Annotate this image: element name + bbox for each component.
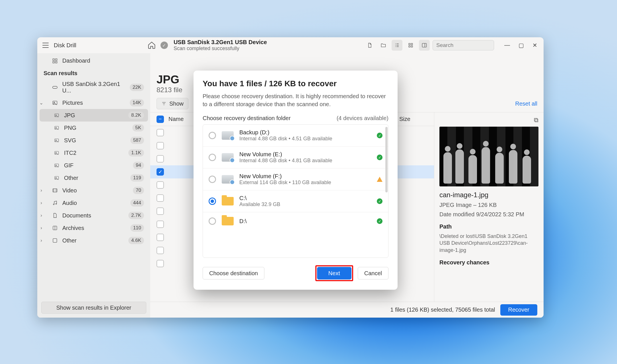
- search-input[interactable]: [436, 42, 504, 48]
- choose-destination-button[interactable]: Choose destination: [203, 267, 264, 279]
- sidebar-item-svg[interactable]: SVG 587: [37, 134, 150, 147]
- reset-all-link[interactable]: Reset all: [515, 100, 537, 107]
- row-checkbox[interactable]: [157, 207, 164, 215]
- sidebar-item-badge: 2.7K: [128, 212, 144, 219]
- destination-radio[interactable]: [209, 132, 216, 139]
- sidebar-item-documents[interactable]: › Documents 2.7K: [37, 209, 150, 222]
- sidebar-item-label: Video: [62, 187, 77, 194]
- minimize-icon[interactable]: —: [504, 42, 510, 49]
- search-box[interactable]: [433, 40, 494, 50]
- sidebar-item-label: Documents: [62, 212, 91, 219]
- sidebar-item-other[interactable]: › Other 4.6K: [37, 234, 150, 247]
- preview-modified: Date modified 9/24/2022 5:32 PM: [439, 211, 538, 218]
- image-icon: [53, 125, 61, 130]
- svg-rect-29: [53, 238, 57, 242]
- chevron-right-icon[interactable]: ›: [39, 238, 44, 243]
- destination-name: New Volume (E:): [239, 151, 371, 158]
- destination-item[interactable]: C:\ Available 32.9 GB ✓: [203, 190, 388, 212]
- sidebar-item-label: GIF: [64, 162, 73, 169]
- status-ok-icon: ✓: [377, 198, 382, 204]
- preview-title: can-image-1.jpg: [439, 189, 538, 199]
- cancel-button[interactable]: Cancel: [358, 267, 388, 279]
- chevron-down-icon[interactable]: ⌄: [39, 100, 44, 106]
- sidebar-item-video[interactable]: › Video 70: [37, 184, 150, 197]
- destination-radio[interactable]: [209, 154, 216, 161]
- svg-rect-3: [411, 46, 413, 47]
- row-checkbox[interactable]: [157, 247, 164, 254]
- row-checkbox[interactable]: [157, 221, 164, 228]
- chevron-right-icon[interactable]: ›: [39, 225, 44, 231]
- show-filter-button[interactable]: Show: [157, 98, 188, 109]
- sidebar-item-jpg[interactable]: JPG 8.2K: [40, 109, 148, 122]
- sidebar-pictures-label: Pictures: [62, 100, 83, 106]
- folder-icon[interactable]: [378, 40, 389, 51]
- chevron-right-icon[interactable]: ›: [39, 188, 44, 193]
- svg-rect-1: [411, 43, 413, 45]
- destination-item[interactable]: New Volume (F:) External 114 GB disk • 1…: [203, 168, 388, 190]
- other-icon: [51, 238, 59, 243]
- usb-drive-icon: [51, 84, 59, 91]
- row-checkbox[interactable]: [157, 142, 164, 149]
- modal-choose-label: Choose recovery destination folder: [203, 115, 291, 122]
- show-in-explorer-button[interactable]: Show scan results in Explorer: [41, 302, 146, 314]
- destination-radio[interactable]: [209, 198, 216, 205]
- image-icon: [53, 163, 61, 168]
- preview-path: \Deleted or lost\USB SanDisk 3.2Gen1 USB…: [439, 233, 538, 254]
- open-external-icon[interactable]: ⧉: [534, 116, 538, 124]
- row-checkbox[interactable]: [157, 181, 164, 189]
- sidebar-item-label: JPG: [64, 112, 75, 119]
- select-all-checkbox[interactable]: −: [157, 116, 164, 123]
- disk-icon: [222, 131, 234, 140]
- destination-radio[interactable]: [209, 176, 216, 183]
- menu-icon[interactable]: [42, 43, 49, 48]
- sidebar-item-audio[interactable]: › Audio 444: [37, 197, 150, 209]
- destination-radio[interactable]: [209, 217, 216, 225]
- recover-button[interactable]: Recover: [500, 304, 537, 316]
- row-checkbox[interactable]: [157, 234, 164, 241]
- svg-rect-2: [409, 46, 410, 47]
- sidebar-device[interactable]: USB SanDisk 3.2Gen1 U... 22K: [37, 78, 150, 96]
- row-checkbox[interactable]: ✓: [157, 168, 164, 176]
- sidebar-item-itc2[interactable]: ITC2 1.1K: [37, 147, 150, 159]
- sidebar-device-badge: 22K: [130, 84, 144, 91]
- grid-view-icon[interactable]: [405, 40, 416, 51]
- column-size[interactable]: Size: [399, 116, 428, 122]
- chevron-right-icon[interactable]: ›: [39, 213, 44, 218]
- sidebar-pictures[interactable]: ⌄ Pictures 14K: [37, 96, 150, 109]
- panel-toggle-icon[interactable]: [419, 40, 430, 51]
- row-checkbox[interactable]: [157, 155, 164, 163]
- sidebar-item-png[interactable]: PNG 5K: [37, 122, 150, 134]
- status-ok-icon: ✓: [377, 155, 382, 160]
- sidebar-item-label: Audio: [62, 200, 77, 206]
- modal-title: You have 1 files / 126 KB to recover: [203, 79, 388, 88]
- next-button[interactable]: Next: [317, 267, 351, 279]
- footer-bar: 1 files (126 KB) selected, 75065 files t…: [150, 302, 544, 318]
- maximize-icon[interactable]: ▢: [519, 42, 524, 49]
- destination-sub: Internal 4.88 GB disk • 4.81 GB availabl…: [239, 158, 371, 164]
- dashboard-icon: [51, 58, 59, 64]
- destination-item[interactable]: New Volume (E:) Internal 4.88 GB disk • …: [203, 147, 388, 168]
- preview-image[interactable]: [439, 127, 538, 186]
- file-icon[interactable]: [364, 40, 375, 51]
- scrollbar[interactable]: [385, 127, 388, 192]
- home-icon[interactable]: [147, 41, 156, 50]
- row-checkbox[interactable]: [157, 129, 164, 136]
- svg-rect-4: [422, 43, 427, 47]
- chevron-right-icon[interactable]: ›: [39, 200, 44, 206]
- app-title: Disk Drill: [54, 42, 76, 49]
- svg-point-26: [53, 204, 54, 205]
- folder-icon: [222, 217, 234, 225]
- destination-item[interactable]: Backup (D:) Internal 4.88 GB disk • 4.51…: [203, 125, 388, 147]
- destination-item[interactable]: D:\ ✓: [203, 212, 388, 230]
- recovery-destination-modal: You have 1 files / 126 KB to recover Ple…: [194, 71, 398, 290]
- sidebar-item-other[interactable]: Other 119: [37, 172, 150, 184]
- close-icon[interactable]: ✕: [532, 42, 537, 49]
- list-view-icon[interactable]: [392, 40, 402, 51]
- row-checkbox[interactable]: [157, 194, 164, 202]
- sidebar-pictures-badge: 14K: [130, 99, 144, 106]
- sidebar-dashboard[interactable]: Dashboard: [37, 55, 150, 67]
- sidebar-item-archives[interactable]: › Archives 110: [37, 222, 150, 234]
- sidebar-item-gif[interactable]: GIF 94: [37, 159, 150, 172]
- row-checkbox[interactable]: [157, 260, 164, 267]
- filter-icon: [161, 101, 166, 106]
